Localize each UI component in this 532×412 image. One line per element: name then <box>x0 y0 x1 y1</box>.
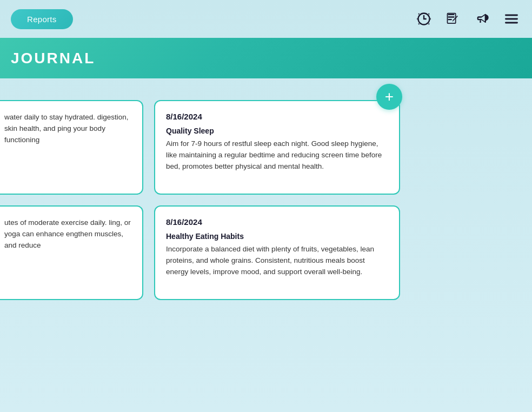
add-entry-button[interactable]: + <box>376 84 402 110</box>
journal-card-partial-1: water daily to stay hydrated. digestion,… <box>0 100 143 195</box>
card-body-2: Incorporate a balanced diet with plenty … <box>166 244 388 278</box>
journal-card-full-1[interactable]: 8/16/2024 Quality Sleep Aim for 7-9 hour… <box>154 100 400 195</box>
reports-button[interactable]: Reports <box>11 9 73 29</box>
card-date-2: 8/16/2024 <box>166 217 388 227</box>
settings-clock-icon[interactable] <box>414 9 434 29</box>
card-date-1: 8/16/2024 <box>166 112 388 121</box>
card-body-1: Aim for 7-9 hours of restful sleep each … <box>166 138 388 172</box>
cards-row-1: water daily to stay hydrated. digestion,… <box>11 100 521 195</box>
journal-card-partial-2: utes of moderate exercise daily. ling, o… <box>0 205 143 300</box>
menu-icon[interactable] <box>502 9 521 29</box>
card-body-partial-1: water daily to stay hydrated. digestion,… <box>4 112 131 146</box>
note-edit-icon[interactable] <box>443 9 463 29</box>
card-title-2: Healthy Eating Habits <box>166 232 388 241</box>
header-icons <box>414 9 521 29</box>
cards-row-2: utes of moderate exercise daily. ling, o… <box>11 205 521 300</box>
megaphone-icon[interactable] <box>473 9 492 29</box>
journal-banner: JOURNAL <box>0 38 532 78</box>
card-body-partial-2: utes of moderate exercise daily. ling, o… <box>4 217 131 251</box>
journal-card-full-2[interactable]: 8/16/2024 Healthy Eating Habits Incorpor… <box>154 205 400 300</box>
header: Reports <box>0 0 532 38</box>
card-title-1: Quality Sleep <box>166 127 388 135</box>
main-content: + water daily to stay hydrated. digestio… <box>0 78 532 311</box>
page-title: JOURNAL <box>11 50 95 67</box>
